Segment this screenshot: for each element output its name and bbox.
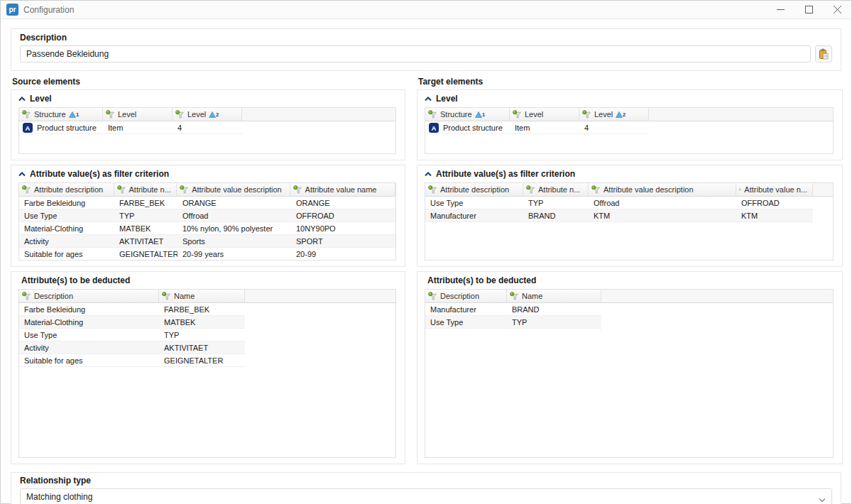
column-header[interactable]: Attribute value n... — [736, 183, 813, 196]
filter-funnel-icon[interactable] — [106, 110, 115, 119]
column-header[interactable]: Level2 — [173, 108, 242, 121]
cell-text: Use Type — [430, 318, 463, 327]
cell-text: Manufacturer — [430, 305, 476, 314]
filter-funnel-icon[interactable] — [175, 110, 185, 119]
target-filter-section: Attribute value(s) as filter criterion A… — [417, 165, 843, 267]
cell-text: 10NY90PO — [296, 224, 336, 233]
table-row[interactable]: Material-ClothingMATBEK — [19, 316, 245, 329]
cell-text: Use Type — [24, 331, 57, 339]
column-header[interactable]: Attribute value description — [177, 183, 290, 196]
table-cell: Offroad — [589, 197, 736, 209]
table-row[interactable]: AProduct structureItem4 — [19, 121, 242, 134]
table-row[interactable]: ManufacturerBRAND — [425, 303, 601, 316]
column-header[interactable]: Description — [425, 290, 507, 302]
table-cell: Suitable for ages — [19, 248, 114, 260]
column-header[interactable]: Attribute value name — [290, 183, 395, 196]
cell-text: 20-99 — [296, 250, 316, 258]
chevron-up-icon — [18, 172, 26, 177]
maximize-button[interactable] — [794, 1, 823, 18]
cell-text: OFFROAD — [296, 212, 334, 220]
table-row[interactable]: Farbe BekleidungFARBE_BEK — [19, 303, 245, 316]
filter-funnel-icon[interactable] — [428, 110, 437, 119]
collapse-toggle[interactable] — [425, 97, 433, 102]
column-header[interactable]: Attribute n... — [114, 183, 178, 196]
table-cell: TYP — [114, 209, 178, 221]
filter-funnel-icon[interactable] — [510, 292, 519, 301]
table-row[interactable]: Use TypeTYP — [425, 316, 601, 329]
filter-funnel-icon[interactable] — [513, 110, 522, 119]
cell-text: 4 — [584, 124, 589, 132]
table-row[interactable]: Farbe BekleidungFARBE_BEKORANGEORANGE — [19, 197, 396, 209]
source-deducted-table: DescriptionNameFarbe BekleidungFARBE_BEK… — [18, 289, 396, 458]
column-header-label: Level — [525, 110, 543, 119]
table-cell: 4 — [579, 121, 649, 133]
column-header[interactable]: Attribute n... — [523, 183, 589, 196]
table-row[interactable]: Use TypeTYPOffroadOFFROAD — [425, 197, 813, 209]
table-cell: Item — [510, 121, 579, 133]
filter-funnel-icon[interactable] — [582, 110, 591, 119]
column-header[interactable]: Name — [507, 290, 601, 302]
table-cell: GEIGNETALTER — [159, 354, 245, 366]
filter-funnel-icon[interactable] — [591, 185, 601, 195]
filter-funnel-icon[interactable] — [180, 185, 189, 195]
collapse-toggle[interactable] — [18, 172, 27, 177]
table-header-row: DescriptionName — [425, 290, 833, 303]
filter-funnel-icon[interactable] — [22, 292, 31, 301]
close-button[interactable] — [823, 1, 851, 18]
column-header[interactable]: Description — [19, 290, 159, 302]
paste-button[interactable] — [815, 45, 832, 62]
table-row[interactable]: ActivityAKTIVITAETSportsSPORT — [19, 235, 396, 248]
table-cell: KTM — [736, 209, 813, 221]
column-header[interactable]: Structure1 — [19, 108, 103, 121]
cell-text: GEIGNETALTER — [164, 356, 223, 365]
cell-text: 10% nylon, 90% polyester — [182, 224, 273, 233]
column-header[interactable]: Structure1 — [425, 108, 510, 121]
table-row[interactable]: Material-ClothingMATBEK10% nylon, 90% po… — [19, 222, 396, 235]
table-row[interactable]: Use TypeTYPOffroadOFFROAD — [19, 209, 396, 222]
source-deducted-section: Attribute(s) to be deducted DescriptionN… — [11, 271, 405, 464]
table-row[interactable]: AProduct structureItem4 — [425, 121, 649, 134]
close-icon — [834, 6, 841, 13]
table-cell: FARBE_BEK — [159, 303, 245, 315]
filter-funnel-icon[interactable] — [117, 185, 126, 195]
filter-funnel-icon[interactable] — [162, 292, 171, 301]
column-header-label: Attribute value n... — [744, 185, 807, 194]
cell-text: SPORT — [296, 237, 323, 246]
target-deducted-section: Attribute(s) to be deducted DescriptionN… — [417, 271, 843, 464]
target-level-table: Structure1LevelLevel2AProduct structureI… — [425, 107, 834, 154]
table-row[interactable]: ActivityAKTIVITAET — [19, 341, 245, 354]
column-header[interactable]: Name — [159, 290, 245, 302]
filter-funnel-icon[interactable] — [22, 185, 31, 195]
table-row[interactable]: Use TypeTYP — [19, 329, 245, 341]
collapse-toggle[interactable] — [18, 97, 27, 102]
table-cell: OFFROAD — [736, 197, 813, 209]
column-header[interactable]: Level — [510, 108, 579, 121]
filter-funnel-icon[interactable] — [739, 185, 741, 195]
column-header[interactable]: Level2 — [579, 108, 649, 121]
column-header[interactable]: Attribute value description — [589, 183, 736, 196]
table-cell: TYP — [159, 329, 245, 341]
table-row[interactable]: Suitable for agesGEIGNETALTER20-99 years… — [19, 248, 396, 261]
collapse-toggle[interactable] — [425, 172, 433, 177]
product-structure-icon: A — [429, 123, 439, 133]
minimize-button[interactable] — [766, 1, 794, 18]
table-cell: AKTIVITAET — [159, 341, 245, 354]
section-title: Level — [30, 94, 52, 104]
cell-text: Item — [515, 124, 530, 132]
column-header-label: Level — [594, 110, 613, 119]
relationship-type-select[interactable]: Matching clothing — [20, 488, 832, 504]
filter-funnel-icon[interactable] — [428, 292, 437, 301]
description-input[interactable] — [20, 45, 811, 62]
filter-funnel-icon[interactable] — [22, 110, 31, 119]
filter-funnel-icon[interactable] — [428, 185, 437, 195]
table-row[interactable]: Suitable for agesGEIGNETALTER — [19, 354, 245, 367]
column-header[interactable]: Level — [103, 108, 173, 121]
column-header[interactable]: Attribute description — [19, 183, 114, 196]
filter-funnel-icon[interactable] — [293, 185, 302, 195]
filter-funnel-icon[interactable] — [526, 185, 535, 195]
table-row[interactable]: ManufacturerBRANDKTMKTM — [425, 209, 813, 222]
column-header-label: Attribute description — [440, 185, 509, 194]
source-level-table: Structure1LevelLevel2AProduct structureI… — [18, 107, 396, 154]
column-header[interactable]: Attribute description — [425, 183, 523, 196]
table-header-row: Structure1LevelLevel2 — [19, 108, 395, 121]
